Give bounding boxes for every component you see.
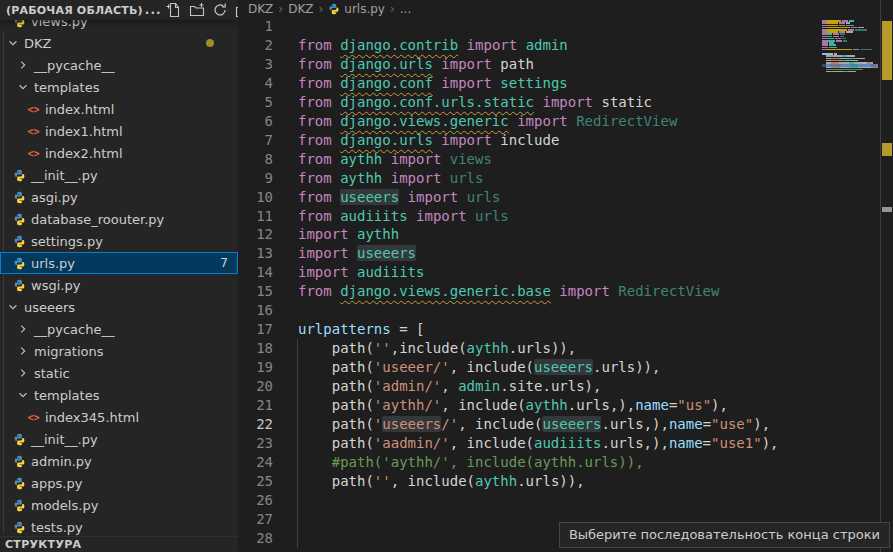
breadcrumb-separator: › — [390, 2, 395, 16]
line-number-21[interactable]: 21 — [239, 396, 273, 415]
refresh-button[interactable] — [210, 1, 230, 19]
line-number-24[interactable]: 24 — [239, 453, 273, 472]
breadcrumb-item--[interactable]: ... — [400, 2, 411, 16]
code-line-2[interactable]: from django.contrib import admin — [298, 36, 568, 55]
code-line-14[interactable]: import audiiits — [298, 263, 424, 282]
code-line-25[interactable]: path('', include(aythh.urls)), — [298, 472, 585, 491]
line-number-15[interactable]: 15 — [239, 282, 273, 301]
code-line-8[interactable]: from aythh import views — [298, 150, 492, 169]
code-editor[interactable]: DKZ›DKZ› urls.py›... 12from django.contr… — [239, 0, 822, 552]
tree-item-index1-html[interactable]: <>index1.html — [0, 120, 238, 142]
more-actions-button[interactable]: ... — [143, 3, 164, 17]
line-number-2[interactable]: 2 — [239, 36, 273, 55]
python-icon — [13, 235, 26, 248]
python-icon — [328, 3, 340, 15]
outline-section-header[interactable]: СТРУКТУРА — [0, 536, 238, 552]
line-number-18[interactable]: 18 — [239, 339, 273, 358]
code-line-9[interactable]: from aythh import urls — [298, 169, 483, 188]
code-line-23[interactable]: path('aadmin/', include(audiiits.urls,),… — [298, 434, 778, 453]
tree-item-migrations[interactable]: migrations — [0, 340, 238, 362]
tree-item-label: tests.py — [31, 520, 83, 535]
code-line-7[interactable]: from django.urls import include — [298, 131, 559, 150]
line-number-16[interactable]: 16 — [239, 301, 273, 320]
code-line-6[interactable]: from django.views.generic import Redirec… — [298, 112, 677, 131]
line-number-28[interactable]: 28 — [239, 529, 273, 548]
breadcrumb-item-dkz[interactable]: DKZ — [248, 2, 273, 16]
tree-item-dkz[interactable]: DKZ — [0, 32, 238, 54]
tree-item-index-html[interactable]: <>index.html — [0, 98, 238, 120]
tree-item--pycache-[interactable]: __pycache__ — [0, 54, 238, 76]
breadcrumb-item-urls-py[interactable]: urls.py — [328, 2, 385, 16]
line-number-22[interactable]: 22 — [239, 415, 273, 434]
tree-item-asgi-py[interactable]: asgi.py — [0, 186, 238, 208]
code-line-21[interactable]: path('aythh/', include(aythh.urls,),name… — [298, 396, 728, 415]
tree-item-label: index1.html — [45, 124, 123, 139]
tree-item-admin-py[interactable]: admin.py — [0, 450, 238, 472]
line-number-5[interactable]: 5 — [239, 93, 273, 112]
tree-item--init-py[interactable]: __init__.py — [0, 428, 238, 450]
tree-item--pycache-[interactable]: __pycache__ — [0, 318, 238, 340]
tree-item-index345-html[interactable]: <>index345.html — [0, 406, 238, 428]
tree-item-label: urls.py — [31, 256, 75, 271]
code-line-18[interactable]: path('',include(aythh.urls)), — [298, 339, 576, 358]
code-line-5[interactable]: from django.conf.urls.static import stat… — [298, 93, 652, 112]
line-number-26[interactable]: 26 — [239, 491, 273, 510]
tree-item-apps-py[interactable]: apps.py — [0, 472, 238, 494]
code-line-19[interactable]: path('useeer/', include(useeers.urls)), — [298, 358, 660, 377]
tree-item-templates[interactable]: templates — [0, 76, 238, 98]
tree-item-label: static — [34, 366, 70, 381]
code-line-15[interactable]: from django.views.generic.base import Re… — [298, 282, 719, 301]
line-number-3[interactable]: 3 — [239, 55, 273, 74]
line-number-19[interactable]: 19 — [239, 358, 273, 377]
code-line-11[interactable]: from audiiits import urls — [298, 207, 509, 226]
tree-item-templates[interactable]: templates — [0, 384, 238, 406]
collapse-all-button[interactable] — [233, 1, 238, 19]
python-icon — [13, 477, 26, 490]
line-number-14[interactable]: 14 — [239, 263, 273, 282]
new-folder-icon — [189, 2, 205, 18]
line-number-6[interactable]: 6 — [239, 112, 273, 131]
tree-item-useeers[interactable]: useeers — [0, 296, 238, 318]
line-number-27[interactable]: 27 — [239, 510, 273, 529]
code-line-24[interactable]: #path('aythh/', include(aythh.urls)), — [298, 453, 644, 472]
line-number-23[interactable]: 23 — [239, 434, 273, 453]
minimap-line-15 — [853, 49, 859, 51]
tree-item-wsgi-py[interactable]: wsgi.py — [0, 274, 238, 296]
line-number-11[interactable]: 11 — [239, 207, 273, 226]
minimap[interactable] — [822, 0, 878, 552]
tree-item-urls-py[interactable]: urls.py7 — [0, 252, 238, 274]
chevron-right-icon — [17, 345, 29, 357]
line-number-10[interactable]: 10 — [239, 188, 273, 207]
tree-item-models-py[interactable]: models.py — [0, 494, 238, 516]
line-number-13[interactable]: 13 — [239, 244, 273, 263]
line-number-12[interactable]: 12 — [239, 225, 273, 244]
line-number-7[interactable]: 7 — [239, 131, 273, 150]
code-line-13[interactable]: import useeers — [298, 244, 416, 263]
new-folder-button[interactable] — [187, 1, 207, 19]
code-line-20[interactable]: path('admin/', admin.site.urls), — [298, 377, 601, 396]
code-line-3[interactable]: from django.urls import path — [298, 55, 534, 74]
tree-item-static[interactable]: static — [0, 362, 238, 384]
code-line-10[interactable]: from useeers import urls — [298, 188, 500, 207]
line-number-25[interactable]: 25 — [239, 472, 273, 491]
line-number-20[interactable]: 20 — [239, 377, 273, 396]
line-number-4[interactable]: 4 — [239, 74, 273, 93]
tree-item-settings-py[interactable]: settings.py — [0, 230, 238, 252]
tree-item-database-roouter-py[interactable]: database_roouter.py — [0, 208, 238, 230]
new-file-button[interactable] — [164, 1, 184, 19]
line-number-17[interactable]: 17 — [239, 320, 273, 339]
line-number-9[interactable]: 9 — [239, 169, 273, 188]
code-line-17[interactable]: urlpatterns = [ — [298, 320, 424, 339]
python-icon — [13, 213, 26, 226]
breadcrumb-item-dkz[interactable]: DKZ — [288, 2, 313, 16]
tree-item-tests-py[interactable]: tests.py — [0, 516, 238, 538]
minimap-line-19 — [857, 58, 865, 60]
code-line-22[interactable]: path('useeers/', include(useeers.urls,),… — [298, 415, 770, 434]
code-line-12[interactable]: import aythh — [298, 225, 399, 244]
tree-item-label: __init__.py — [31, 168, 98, 183]
tree-item--init-py[interactable]: __init__.py — [0, 164, 238, 186]
code-line-4[interactable]: from django.conf import settings — [298, 74, 568, 93]
line-number-1[interactable]: 1 — [239, 17, 273, 36]
tree-item-index2-html[interactable]: <>index2.html — [0, 142, 238, 164]
line-number-8[interactable]: 8 — [239, 150, 273, 169]
